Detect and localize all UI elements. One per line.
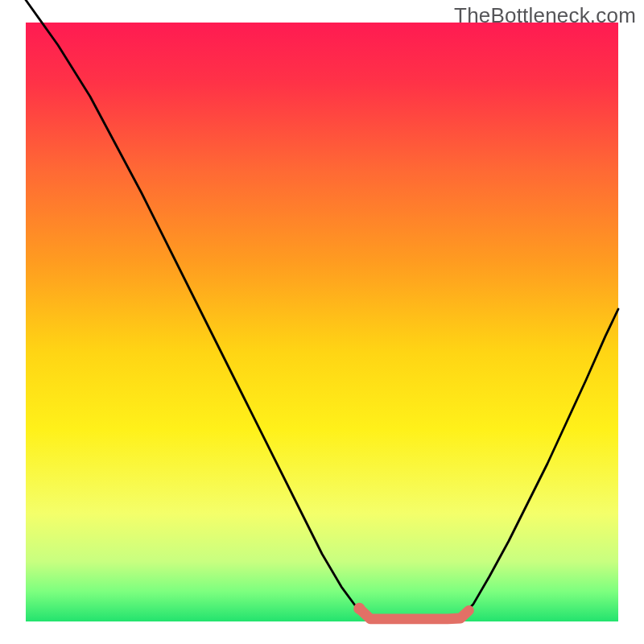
watermark-text: TheBottleneck.com [454,3,636,28]
chart-svg [0,0,644,644]
chart-root: TheBottleneck.com [0,0,644,644]
highlight-marker [353,603,365,614]
chart-background [26,23,618,621]
